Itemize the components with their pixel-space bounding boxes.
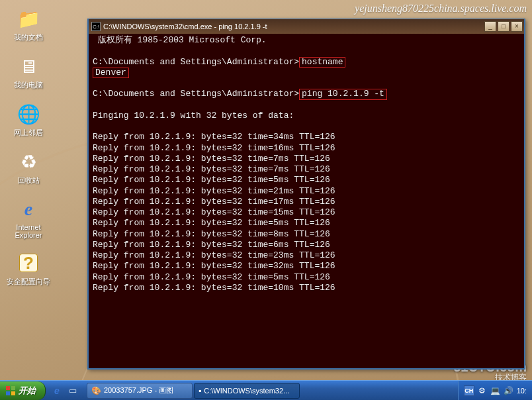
desktop-icon-recycle-bin[interactable]: ♻回收站	[4, 150, 53, 185]
task-icon: 🎨	[91, 386, 101, 395]
minimize-button[interactable]: _	[484, 21, 496, 32]
tray-icon[interactable]: 💻	[490, 385, 501, 396]
icon-label: 安全配置向导	[4, 277, 53, 287]
windows-logo-icon	[5, 385, 16, 396]
icon-label: Internet Explorer	[4, 223, 53, 239]
titlebar[interactable]: C:\ C:\WINDOWS\system32\cmd.exe - ping 1…	[89, 19, 524, 34]
icon-label: 我的电脑	[4, 80, 53, 90]
svg-rect-2	[6, 391, 10, 395]
taskbar-item[interactable]: ▪C:\WINDOWS\system32...	[194, 383, 300, 399]
desktop-icons: 📁我的文档🖥我的电脑🌐网上邻居♻回收站eInternet Explorer?安全…	[4, 7, 57, 299]
taskbar-item[interactable]: 🎨20033757.JPG - 画图	[87, 383, 193, 399]
desktop-icon-my-computer[interactable]: 🖥我的电脑	[4, 54, 53, 90]
recycle-bin-icon: ♻	[17, 150, 40, 174]
maximize-button[interactable]: □	[498, 21, 510, 32]
terminal-body[interactable]: 版权所有 1985-2003 Microsoft Corp. C:\Docume…	[89, 34, 524, 368]
language-indicator[interactable]: CH	[464, 385, 474, 396]
network-places-icon: 🌐	[17, 102, 40, 126]
window-title: C:\WINDOWS\system32\cmd.exe - ping 10.2.…	[103, 23, 484, 30]
security-config-wizard-icon: ?	[17, 251, 40, 275]
taskbar-items: 🎨20033757.JPG - 画图▪C:\WINDOWS\system32..…	[84, 383, 458, 399]
icon-label: 回收站	[4, 175, 53, 185]
ql-ie-icon[interactable]: e	[50, 383, 64, 398]
svg-rect-1	[11, 386, 15, 390]
watermark-top: yejunsheng870225china.spaces.live.com	[355, 3, 527, 15]
tray-icon[interactable]: ⚙	[477, 385, 488, 396]
task-label: C:\WINDOWS\system32...	[204, 387, 289, 395]
internet-explorer-icon: e	[17, 197, 40, 221]
desktop-icon-internet-explorer[interactable]: eInternet Explorer	[4, 197, 53, 239]
icon-label: 我的文档	[4, 32, 53, 42]
quick-launch: e ▭	[46, 383, 84, 398]
start-button[interactable]: 开始	[0, 381, 46, 400]
task-icon: ▪	[199, 386, 201, 395]
ql-desktop-icon[interactable]: ▭	[66, 383, 80, 398]
desktop-icon-network-places[interactable]: 🌐网上邻居	[4, 102, 53, 138]
svg-rect-0	[6, 386, 10, 390]
system-tray: CH ⚙ 💻 🔊 10:	[458, 381, 532, 400]
my-computer-icon: 🖥	[17, 54, 40, 78]
taskbar: 开始 e ▭ 🎨20033757.JPG - 画图▪C:\WINDOWS\sys…	[0, 380, 532, 400]
svg-rect-3	[11, 391, 15, 395]
tray-icon[interactable]: 🔊	[504, 385, 514, 396]
icon-label: 网上邻居	[4, 128, 53, 138]
my-documents-icon: 📁	[17, 7, 40, 30]
clock[interactable]: 10:	[517, 387, 527, 395]
task-label: 20033757.JPG - 画图	[104, 385, 173, 395]
close-button[interactable]: ×	[511, 21, 523, 32]
cmd-icon: C:\	[91, 22, 101, 31]
desktop-icon-my-documents[interactable]: 📁我的文档	[4, 7, 53, 42]
cmd-window: C:\ C:\WINDOWS\system32\cmd.exe - ping 1…	[87, 19, 525, 370]
desktop-icon-security-config-wizard[interactable]: ?安全配置向导	[4, 251, 53, 287]
